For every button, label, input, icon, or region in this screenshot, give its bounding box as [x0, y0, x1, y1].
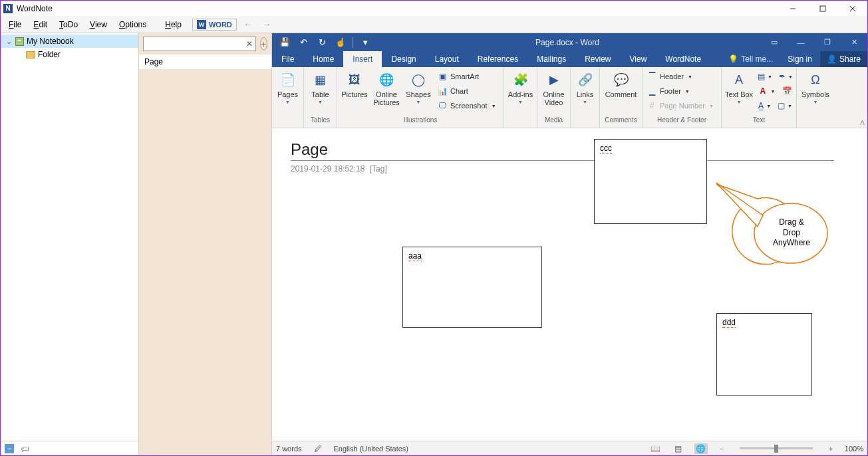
pages-button[interactable]: 📄Pages▼ [275, 69, 301, 104]
menu-help[interactable]: Help [160, 19, 187, 31]
qat-customize[interactable]: ▾ [357, 35, 374, 51]
tab-insert[interactable]: Insert [343, 51, 382, 67]
tab-review[interactable]: Review [575, 51, 620, 67]
footer-button[interactable]: ▁Footer▼ [645, 84, 718, 98]
tab-design[interactable]: Design [382, 51, 425, 67]
zoom-slider[interactable] [740, 447, 813, 449]
close-icon [849, 5, 856, 12]
document-canvas[interactable]: Page 2019-01-29 18:52:18 [Tag] ccc aaa d… [272, 128, 867, 441]
touch-mode-button[interactable]: ☝ [332, 35, 349, 51]
tree-notebook-label: My Notebook [27, 37, 74, 46]
web-layout-button[interactable]: 🌐 [694, 443, 708, 454]
tab-wordnote[interactable]: WordNote [656, 51, 710, 67]
page-meta-tag[interactable]: [Tag] [370, 164, 387, 173]
quick-parts-button[interactable]: ▤▼✒▼ [756, 69, 794, 84]
window-close[interactable] [837, 1, 867, 16]
textbox-ddd[interactable]: ddd [716, 313, 812, 396]
word-close[interactable]: ✕ [841, 35, 867, 51]
online-video-button[interactable]: ▶Online Video [540, 69, 567, 106]
zoom-thumb[interactable] [774, 445, 778, 453]
chevron-down-icon: ⌄ [5, 37, 13, 46]
zoom-value[interactable]: 100% [845, 445, 863, 453]
sidebar-tag-icon[interactable]: 🏷 [21, 444, 29, 453]
tab-view[interactable]: View [621, 51, 656, 67]
add-page-button[interactable]: + [260, 37, 267, 51]
status-language[interactable]: English (United States) [334, 445, 409, 453]
symbols-button[interactable]: ΩSymbols▼ [799, 69, 831, 104]
pictures-button[interactable]: 🖼Pictures [340, 69, 369, 98]
zoom-out[interactable]: − [717, 445, 726, 453]
comment-icon: 💬 [611, 70, 631, 89]
save-button[interactable]: 💾 [276, 35, 293, 51]
object-icon: ▢ [778, 100, 785, 111]
chart-button[interactable]: 📊Chart [436, 84, 501, 98]
search-input[interactable] [146, 39, 246, 49]
links-icon: 🔗 [575, 70, 595, 89]
tell-me[interactable]: 💡Tell me... [728, 51, 780, 67]
tab-layout[interactable]: Layout [426, 51, 468, 67]
tree-folder[interactable]: Folder [1, 48, 138, 61]
menu-edit[interactable]: Edit [28, 19, 53, 31]
callout-drag-drop[interactable]: Drag & Drop AnyWhere [711, 179, 837, 272]
smartart-button[interactable]: ▣SmartArt [436, 69, 501, 84]
collapse-ribbon[interactable]: ᐱ [860, 119, 865, 126]
drop-cap-button[interactable]: A̲▼▢▼ [756, 98, 794, 113]
text-box-icon: A [729, 70, 749, 89]
print-layout-button[interactable]: ▤ [672, 443, 685, 454]
callout-line3: AnyWhere [773, 238, 810, 247]
screenshot-icon: 🖵 [437, 100, 448, 111]
symbols-icon: Ω [805, 70, 825, 89]
word-minimize[interactable]: — [788, 35, 814, 51]
table-button[interactable]: ▦Table▼ [307, 69, 334, 104]
tree-folder-label: Folder [38, 50, 61, 59]
sidebar: ⌄ My Notebook Folder − 🏷 [1, 33, 139, 455]
textbox-ccc[interactable]: ccc [594, 139, 707, 224]
dropcap-icon: A̲ [758, 100, 764, 111]
shapes-button[interactable]: ◯Shapes▼ [404, 69, 433, 104]
status-word-count[interactable]: 7 words [276, 445, 302, 453]
undo-button[interactable]: ↶ [295, 35, 312, 51]
search-box[interactable]: ✕ [143, 37, 256, 51]
menu-options[interactable]: Options [114, 19, 152, 31]
tree-notebook[interactable]: ⌄ My Notebook [1, 35, 138, 48]
tab-home[interactable]: Home [303, 51, 343, 67]
page-list-item[interactable]: Page [139, 55, 271, 69]
group-media-label: Media [540, 116, 567, 126]
tab-references[interactable]: References [468, 51, 527, 67]
nav-back[interactable]: ← [241, 18, 255, 31]
tab-file[interactable]: File [272, 51, 303, 67]
read-mode-button[interactable]: 📖 [649, 443, 662, 454]
text-box-button[interactable]: AText Box▼ [724, 69, 754, 104]
comment-button[interactable]: 💬Comment [603, 69, 639, 98]
sidebar-action-1[interactable]: − [5, 444, 14, 453]
menu-view[interactable]: View [84, 19, 112, 31]
sign-in[interactable]: Sign in [780, 51, 820, 67]
word-doc-title: Page.docx - Word [374, 38, 761, 47]
zoom-in[interactable]: + [826, 445, 835, 453]
window-minimize[interactable] [778, 1, 807, 16]
group-text-label: Text [724, 116, 794, 126]
header-button[interactable]: ▔Header▼ [645, 69, 718, 84]
links-button[interactable]: 🔗Links▼ [573, 69, 597, 104]
menu-todo[interactable]: ToDo [54, 19, 83, 31]
wordart-button[interactable]: A▼📅 [756, 84, 794, 98]
screenshot-button[interactable]: 🖵Screenshot▼ [436, 98, 501, 113]
textbox-aaa[interactable]: aaa [402, 247, 542, 328]
page-title[interactable]: Page [291, 140, 328, 159]
menu-file[interactable]: File [3, 19, 27, 31]
proofing-icon[interactable]: 🖉 [311, 443, 325, 454]
page-number-button[interactable]: #Page Number▼ [645, 98, 718, 113]
word-ribbon-options[interactable]: ▭ [761, 35, 788, 51]
tab-mailings[interactable]: Mailings [527, 51, 575, 67]
addins-button[interactable]: 🧩Add-ins▼ [507, 69, 534, 104]
word-toggle-button[interactable]: W WORD [192, 19, 237, 31]
window-maximize[interactable] [807, 1, 837, 16]
nav-forward[interactable]: → [259, 18, 274, 31]
word-maximize[interactable]: ❐ [814, 35, 841, 51]
clear-icon[interactable]: ✕ [246, 39, 253, 49]
word-statusbar: 7 words 🖉 English (United States) 📖 ▤ 🌐 … [272, 441, 867, 455]
word-tabs: File Home Insert Design Layout Reference… [272, 51, 867, 67]
share-button[interactable]: 👤Share [820, 51, 867, 67]
online-pictures-button[interactable]: 🌐Online Pictures [372, 69, 401, 106]
redo-button[interactable]: ↻ [313, 35, 331, 51]
